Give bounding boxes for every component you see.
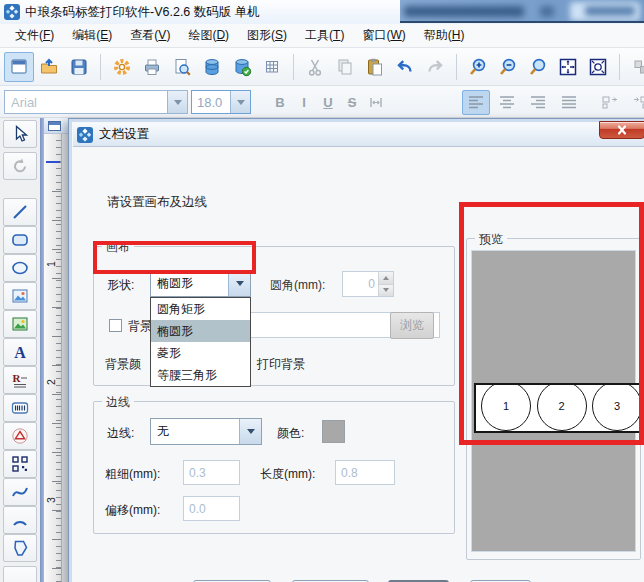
- align-right-icon: [530, 95, 546, 110]
- align-center-icon: [499, 95, 515, 110]
- border-line-select[interactable]: 无: [150, 418, 262, 445]
- underline-button[interactable]: U: [316, 91, 340, 114]
- corner-radius-value: 0: [343, 272, 378, 296]
- hidden-tool-tool-button[interactable]: [3, 566, 37, 582]
- fit-window-button[interactable]: [553, 52, 583, 82]
- print-preview-button[interactable]: [167, 52, 197, 82]
- shape-option-等腰三角形[interactable]: 等腰三角形: [151, 364, 250, 386]
- grid-button[interactable]: [257, 52, 287, 82]
- none-icon: [10, 570, 30, 582]
- align-center-button[interactable]: [493, 90, 521, 115]
- polygon-tool-button[interactable]: [3, 534, 37, 562]
- font-size-select[interactable]: 18.0: [191, 90, 251, 114]
- main-toolbar: [0, 48, 644, 86]
- curve-tool-button[interactable]: [3, 478, 37, 506]
- font-family-select[interactable]: Arial: [4, 90, 188, 114]
- bold-button[interactable]: B: [268, 91, 292, 114]
- corner-radius-spinner[interactable]: 0: [342, 271, 394, 297]
- line-tool-button[interactable]: [3, 198, 37, 226]
- italic-button[interactable]: I: [292, 91, 316, 114]
- menu-图形S[interactable]: 图形(S): [238, 24, 296, 47]
- strikethrough-button[interactable]: S: [340, 91, 364, 114]
- menu-绘图D[interactable]: 绘图(D): [179, 24, 238, 47]
- zoom-tool-button[interactable]: [523, 52, 553, 82]
- close-button[interactable]: [599, 121, 644, 139]
- browse-button[interactable]: 浏览: [390, 312, 434, 339]
- zoom-in-button[interactable]: [463, 52, 493, 82]
- align-justify-button[interactable]: [555, 90, 583, 115]
- database-button[interactable]: [197, 52, 227, 82]
- rotate-icon: [10, 156, 30, 176]
- ruler-number: 3: [45, 491, 57, 503]
- format-toolbar: Arial 18.0 BIUS: [0, 86, 644, 118]
- spinner-down-icon[interactable]: [379, 285, 393, 297]
- open-document-button[interactable]: [34, 52, 64, 82]
- menu-帮助H[interactable]: 帮助(H): [415, 24, 474, 47]
- image-tool-button[interactable]: [3, 282, 37, 310]
- background-browser-tabs: [400, 0, 644, 23]
- background-image-checkbox[interactable]: [109, 319, 122, 332]
- ruler-number: 1: [45, 255, 57, 267]
- settings-button[interactable]: [107, 52, 137, 82]
- shape-tool-button[interactable]: [3, 422, 37, 450]
- chevron-down-icon[interactable]: [228, 271, 250, 296]
- fit-window-icon: [558, 57, 578, 77]
- text-tool-button[interactable]: A: [3, 338, 37, 366]
- length-input[interactable]: 0.8: [335, 460, 395, 485]
- shape-option-圆角矩形[interactable]: 圆角矩形: [151, 298, 250, 320]
- corner-radius-label: 圆角(mm):: [270, 277, 325, 294]
- spinner-up-icon[interactable]: [379, 272, 393, 285]
- dialog-prompt: 请设置画布及边线: [107, 194, 207, 211]
- align-right-button[interactable]: [524, 90, 552, 115]
- menu-文件F[interactable]: 文件(F): [6, 24, 63, 47]
- thickness-input[interactable]: 0.3: [183, 460, 240, 485]
- window-title: 中琅条码标签打印软件-V6.2.6 数码版 单机: [25, 4, 260, 21]
- kerning-button[interactable]: [364, 91, 388, 114]
- picture-tool-button[interactable]: [3, 310, 37, 338]
- menu-工具T[interactable]: 工具(T): [296, 24, 353, 47]
- fit-object-button[interactable]: [583, 52, 613, 82]
- ellipse-tool-button[interactable]: [3, 254, 37, 282]
- redo-arrow-icon: [425, 57, 445, 77]
- line-icon: [10, 202, 30, 222]
- menu-查看V[interactable]: 查看(V): [121, 24, 179, 47]
- app-logo-icon: [77, 127, 93, 143]
- select-tool-button[interactable]: [3, 120, 37, 148]
- chevron-down-icon[interactable]: [167, 91, 187, 113]
- barcode-tool-button[interactable]: [3, 394, 37, 422]
- database-connect-button[interactable]: [227, 52, 257, 82]
- image-blue-icon: [10, 286, 30, 306]
- canvas-group-label: 画布: [102, 239, 134, 256]
- shape-option-菱形[interactable]: 菱形: [151, 342, 250, 364]
- gear-icon: [112, 57, 132, 77]
- new-document-button[interactable]: [4, 52, 34, 82]
- polygon-icon: [10, 538, 30, 558]
- preview-label-strip: 123: [474, 383, 641, 433]
- shape-select[interactable]: 椭圆形: [150, 270, 251, 297]
- border-color-swatch[interactable]: [322, 420, 345, 443]
- menu-窗口W[interactable]: 窗口(W): [353, 24, 414, 47]
- dialog-titlebar[interactable]: 文档设置: [73, 123, 644, 147]
- qrcode-tool-button[interactable]: [3, 450, 37, 478]
- rounded-rectangle-tool-button[interactable]: [3, 226, 37, 254]
- paste-button[interactable]: [360, 52, 390, 82]
- arc-tool-button[interactable]: [3, 506, 37, 534]
- shape-dropdown-list: 圆角矩形椭圆形菱形等腰三角形: [150, 297, 251, 387]
- menu-编辑E[interactable]: 编辑(E): [63, 24, 121, 47]
- rotate-tool-button: [3, 152, 37, 180]
- rich-text-icon: R: [10, 370, 30, 390]
- print-button[interactable]: [137, 52, 167, 82]
- kerning-icon: [368, 95, 384, 110]
- save-button[interactable]: [64, 52, 94, 82]
- shape-option-椭圆形[interactable]: 椭圆形: [151, 320, 250, 342]
- align-left-button[interactable]: [462, 90, 490, 115]
- undo-button[interactable]: [390, 52, 420, 82]
- zoom-out-button[interactable]: [493, 52, 523, 82]
- offset-input[interactable]: 0.0: [183, 496, 240, 521]
- chevron-down-icon[interactable]: [239, 419, 261, 444]
- rich-text-tool-button[interactable]: R: [3, 366, 37, 394]
- chevron-down-icon[interactable]: [230, 91, 250, 113]
- cursor-icon: [10, 124, 30, 144]
- spacing-h-icon: [602, 95, 618, 110]
- document-icon: [48, 121, 61, 131]
